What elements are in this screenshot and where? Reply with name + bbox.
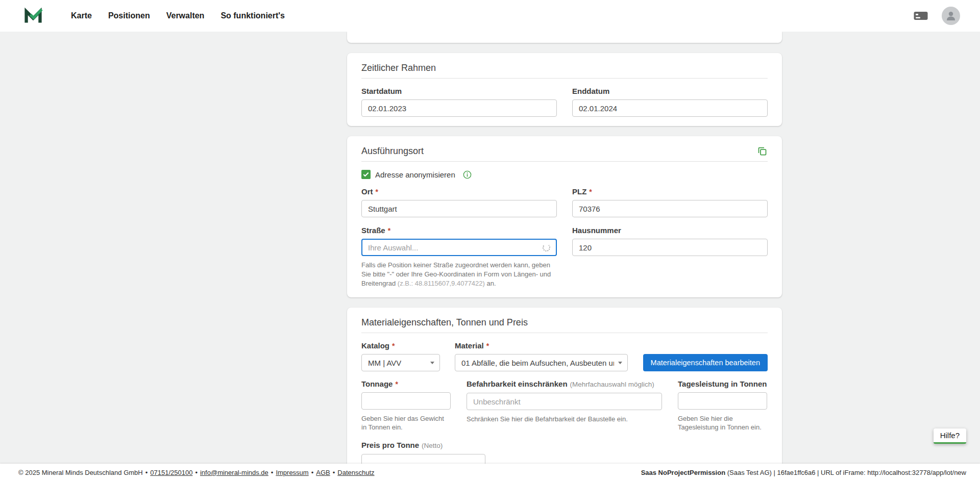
enddatum-field: Enddatum bbox=[572, 87, 768, 117]
anonymize-label: Adresse anonymisieren bbox=[375, 170, 455, 179]
separator-dot: • bbox=[333, 469, 335, 476]
separator-dot: • bbox=[145, 469, 148, 476]
iframe-url-text: (Saas Test AG) | 16fae1ffc6a6 | URL of i… bbox=[725, 469, 966, 476]
info-icon[interactable] bbox=[463, 170, 472, 179]
main-nav: Karte Positionen Verwalten So funktionie… bbox=[71, 11, 285, 20]
required-marker: * bbox=[392, 341, 395, 350]
preis-note: (Netto) bbox=[422, 441, 443, 450]
nav-item-verwalten[interactable]: Verwalten bbox=[166, 11, 205, 20]
strasse-input[interactable] bbox=[368, 240, 543, 255]
strasse-hint: Falls die Position keiner Straße zugeord… bbox=[361, 261, 557, 288]
tonnage-label: Tonnage * bbox=[361, 379, 451, 389]
enddatum-label: Enddatum bbox=[572, 87, 768, 96]
strasse-field: Straße * Falls die Position keiner Straß… bbox=[361, 226, 557, 288]
card-title-ausfuehrungsort: Ausführungsort bbox=[361, 144, 424, 158]
plz-input[interactable] bbox=[579, 200, 761, 217]
footer-link-impressum[interactable]: Impressum bbox=[276, 469, 308, 476]
content-column: Zeitlicher Rahmen Startdatum Enddatum bbox=[347, 32, 782, 481]
footer-session-info: Saas NoProjectPermission (Saas Test AG) … bbox=[641, 469, 966, 476]
copyright-text: © 2025 Mineral Minds Deutschland GmbH bbox=[18, 469, 143, 476]
separator-dot: • bbox=[195, 469, 198, 476]
footer-left: © 2025 Mineral Minds Deutschland GmbH • … bbox=[18, 469, 375, 476]
top-nav: Karte Positionen Verwalten So funktionie… bbox=[0, 0, 980, 32]
required-marker: * bbox=[589, 187, 592, 196]
card-zeitlicher-rahmen: Zeitlicher Rahmen Startdatum Enddatum bbox=[347, 53, 782, 126]
nav-item-positionen[interactable]: Positionen bbox=[108, 11, 150, 20]
hausnummer-input[interactable] bbox=[579, 239, 761, 256]
tonnage-field: Tonnage * Geben Sie hier das Gewicht in … bbox=[361, 379, 451, 432]
tagesleistung-field: Tagesleistung in Tonnen Geben Sie hier d… bbox=[678, 379, 767, 432]
separator-dot: • bbox=[271, 469, 274, 476]
tonnage-hint: Geben Sie hier das Gewicht in Tonnen ein… bbox=[361, 414, 451, 432]
help-button[interactable]: Hilfe? bbox=[934, 428, 966, 444]
tonnage-input[interactable] bbox=[368, 393, 444, 409]
app-logo[interactable] bbox=[23, 6, 43, 26]
materialeigenschaften-bearbeiten-button[interactable]: Materialeigenschaften bearbeiten bbox=[643, 354, 768, 371]
person-icon bbox=[945, 10, 957, 22]
befahrbarkeit-field: Befahrbarkeit einschränken (Mehrfachausw… bbox=[467, 379, 662, 432]
tagesleistung-hint: Geben Sie hier die Tagesleistung in Tonn… bbox=[678, 414, 767, 432]
katalog-label: Katalog * bbox=[361, 341, 440, 350]
footer-link-phone[interactable]: 07151/250100 bbox=[150, 469, 192, 476]
divider bbox=[361, 161, 768, 162]
chevron-down-icon bbox=[430, 362, 434, 364]
hint-example: (z.B.: 48.8115607,9.4077422) bbox=[398, 280, 485, 287]
chevron-down-icon bbox=[618, 362, 622, 364]
footer: © 2025 Mineral Minds Deutschland GmbH • … bbox=[0, 464, 980, 481]
check-icon bbox=[363, 172, 369, 177]
divider bbox=[361, 78, 768, 79]
payment-card-icon[interactable] bbox=[913, 10, 928, 21]
footer-link-email[interactable]: info@mineral-minds.de bbox=[200, 469, 268, 476]
required-marker: * bbox=[376, 187, 378, 196]
required-marker: * bbox=[395, 379, 398, 389]
plz-label: PLZ * bbox=[572, 187, 768, 196]
card-ausfuehrungsort: Ausführungsort Adresse anonymisieren bbox=[347, 136, 782, 297]
copy-icon[interactable] bbox=[757, 146, 768, 157]
card-title-zeitlicher-rahmen: Zeitlicher Rahmen bbox=[361, 61, 436, 74]
katalog-field: Katalog * MM | AVV bbox=[361, 341, 440, 371]
startdatum-input[interactable] bbox=[368, 100, 550, 116]
footer-link-agb[interactable]: AGB bbox=[316, 469, 330, 476]
hausnummer-field: Hausnummer bbox=[572, 226, 768, 288]
divider bbox=[361, 333, 768, 333]
card-title-material: Materialeigenschaften, Tonnen und Preis bbox=[361, 316, 528, 329]
required-marker: * bbox=[486, 341, 489, 350]
separator-dot: • bbox=[311, 469, 314, 476]
required-marker: * bbox=[388, 226, 390, 235]
plz-field: PLZ * bbox=[572, 187, 768, 217]
tagesleistung-label: Tagesleistung in Tonnen bbox=[678, 379, 767, 389]
material-field: Material * 01 Abfälle, die beim Aufsuche… bbox=[455, 341, 628, 371]
befahrbarkeit-note: (Mehrfachauswahl möglich) bbox=[570, 380, 654, 389]
strasse-combobox[interactable] bbox=[361, 239, 557, 256]
befahrbarkeit-label: Befahrbarkeit einschränken (Mehrfachausw… bbox=[467, 379, 662, 389]
enddatum-input[interactable] bbox=[579, 100, 761, 116]
preis-label: Preis pro Tonne (Netto) bbox=[361, 441, 768, 450]
tenant-permission-text: Saas NoProjectPermission bbox=[641, 469, 725, 476]
ort-input[interactable] bbox=[368, 200, 550, 217]
anonymize-checkbox[interactable] bbox=[361, 170, 371, 179]
startdatum-field: Startdatum bbox=[361, 87, 557, 117]
card-materialeigenschaften: Materialeigenschaften, Tonnen und Preis … bbox=[347, 308, 782, 480]
befahrbarkeit-input[interactable] bbox=[473, 393, 655, 410]
material-label: Material * bbox=[455, 341, 628, 350]
ort-field: Ort * bbox=[361, 187, 557, 217]
katalog-select[interactable]: MM | AVV bbox=[361, 354, 440, 371]
user-avatar[interactable] bbox=[942, 7, 960, 25]
hausnummer-label: Hausnummer bbox=[572, 226, 768, 235]
mineral-minds-logo-icon bbox=[23, 6, 43, 26]
footer-link-datenschutz[interactable]: Datenschutz bbox=[337, 469, 374, 476]
startdatum-label: Startdatum bbox=[361, 87, 557, 96]
strasse-label: Straße * bbox=[361, 226, 557, 235]
nav-item-so-funktionierts[interactable]: So funktioniert's bbox=[220, 11, 285, 20]
loading-spinner-icon bbox=[543, 244, 550, 251]
nav-right-actions bbox=[913, 7, 960, 25]
nav-item-karte[interactable]: Karte bbox=[71, 11, 92, 20]
partial-card-above bbox=[347, 32, 782, 43]
anonymize-row: Adresse anonymisieren bbox=[361, 170, 768, 179]
material-select[interactable]: 01 Abfälle, die beim Aufsuchen, Ausbeute… bbox=[455, 354, 628, 371]
tagesleistung-input[interactable] bbox=[684, 393, 761, 409]
ort-label: Ort * bbox=[361, 187, 557, 196]
befahrbarkeit-hint: Schränken Sie hier die Befahrbarkeit der… bbox=[467, 415, 662, 423]
